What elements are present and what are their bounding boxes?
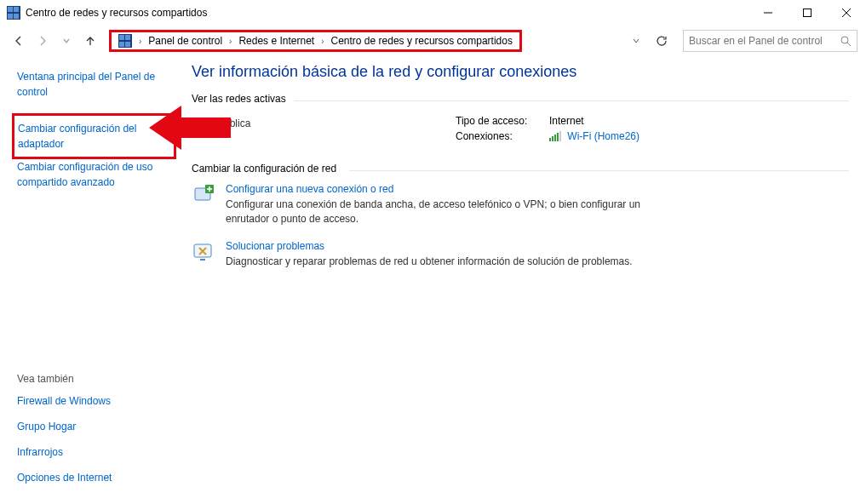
close-button[interactable] xyxy=(827,0,866,26)
svg-rect-7 xyxy=(552,136,553,141)
sidebar-link-advanced-sharing[interactable]: Cambiar configuración de uso compartido … xyxy=(17,159,176,190)
search-icon xyxy=(840,35,852,49)
config-item-desc: Diagnosticar y reparar problemas de red … xyxy=(226,255,633,269)
maximize-button[interactable] xyxy=(788,0,827,26)
network-type: Red pública xyxy=(197,117,250,129)
page-title: Ver información básica de la red y confi… xyxy=(192,63,849,81)
svg-rect-1 xyxy=(804,9,812,17)
active-network: Red pública Tipo de acceso: Internet Con… xyxy=(192,115,849,147)
breadcrumb-item[interactable]: Panel de control xyxy=(148,35,222,47)
up-button[interactable] xyxy=(80,31,100,51)
breadcrumb-item[interactable]: Redes e Internet xyxy=(238,35,314,47)
sidebar-link-internet-options[interactable]: Opciones de Internet xyxy=(17,470,176,485)
config-item-new-connection: Configurar una nueva conexión o red Conf… xyxy=(192,183,849,226)
config-item-title[interactable]: Configurar una nueva conexión o red xyxy=(226,183,668,195)
sidebar-link-homegroup[interactable]: Grupo Hogar xyxy=(17,419,176,434)
titlebar: Centro de redes y recursos compartidos xyxy=(0,0,866,26)
forward-button[interactable] xyxy=(32,31,53,51)
window-controls xyxy=(748,0,866,26)
svg-rect-8 xyxy=(554,135,556,141)
svg-rect-6 xyxy=(549,138,551,141)
access-type-value: Internet xyxy=(549,115,584,127)
chevron-right-icon: › xyxy=(227,37,233,46)
change-settings-header: Cambiar la configuración de red xyxy=(192,163,849,175)
window-title: Centro de redes y recursos compartidos xyxy=(26,7,207,19)
address-dropdown[interactable] xyxy=(628,37,644,45)
chevron-right-icon: › xyxy=(319,37,325,46)
control-panel-icon xyxy=(118,34,132,48)
main-pane: Ver información básica de la red y confi… xyxy=(183,56,866,504)
new-connection-icon xyxy=(192,183,215,207)
search-input[interactable] xyxy=(684,35,857,47)
toolbar: › Panel de control › Redes e Internet › … xyxy=(0,26,866,56)
connection-link[interactable]: Wi-Fi (Home26) xyxy=(567,130,639,142)
troubleshoot-icon xyxy=(192,240,215,264)
svg-rect-10 xyxy=(559,131,561,141)
back-button[interactable] xyxy=(9,31,29,51)
control-panel-icon xyxy=(7,6,20,20)
wifi-signal-icon xyxy=(549,131,561,144)
svg-point-4 xyxy=(841,37,848,43)
access-type-label: Tipo de acceso: xyxy=(456,115,549,127)
see-also-header: Vea también xyxy=(17,373,176,385)
breadcrumb-item[interactable]: Centro de redes y recursos compartidos xyxy=(331,35,513,47)
svg-line-5 xyxy=(847,43,851,46)
sidebar: Ventana principal del Panel de control C… xyxy=(0,56,183,504)
recent-dropdown[interactable] xyxy=(56,31,77,51)
sidebar-link-firewall[interactable]: Firewall de Windows xyxy=(17,393,176,409)
svg-rect-16 xyxy=(200,259,205,261)
svg-rect-9 xyxy=(557,133,559,141)
active-networks-header: Ver las redes activas xyxy=(192,93,849,105)
sidebar-link-infrared[interactable]: Infrarrojos xyxy=(17,444,176,460)
breadcrumb[interactable]: › Panel de control › Redes e Internet › … xyxy=(109,30,522,52)
config-item-troubleshoot: Solucionar problemas Diagnosticar y repa… xyxy=(192,240,849,269)
connections-label: Conexiones: xyxy=(456,130,549,144)
config-item-desc: Configurar una conexión de banda ancha, … xyxy=(226,198,668,226)
minimize-button[interactable] xyxy=(748,0,788,26)
config-item-title[interactable]: Solucionar problemas xyxy=(226,240,633,252)
refresh-button[interactable] xyxy=(651,30,673,52)
sidebar-link-adapter-settings[interactable]: Cambiar configuración del adaptador xyxy=(12,113,176,159)
chevron-right-icon: › xyxy=(137,37,143,46)
search-box[interactable] xyxy=(683,30,857,52)
sidebar-link-main[interactable]: Ventana principal del Panel de control xyxy=(17,69,176,100)
